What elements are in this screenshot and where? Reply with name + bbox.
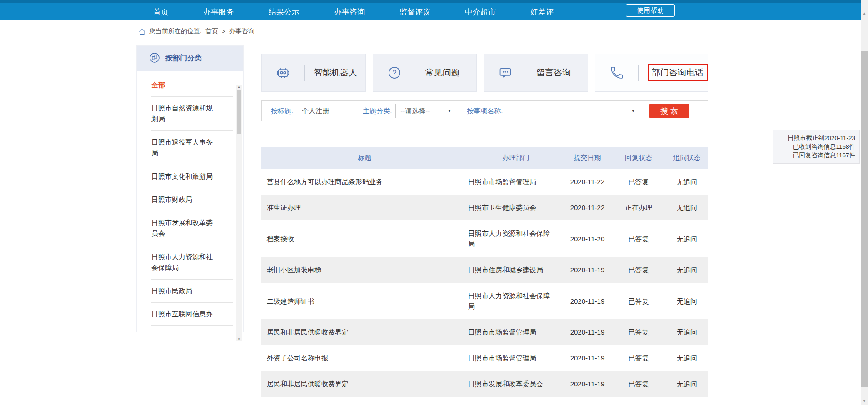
sidebar-scrollbar[interactable]: ▲ ▼ — [236, 85, 242, 341]
page-scrollbar-thumb[interactable] — [861, 51, 868, 387]
cell-reply-status: 已答复 — [611, 283, 666, 319]
chevron-down-icon: ▼ — [631, 109, 635, 113]
chevron-down-icon: ▼ — [447, 109, 451, 113]
table-body: 莒县什么地方可以办理商品条形码业务日照市市场监督管理局2020-11-22已答复… — [261, 169, 708, 397]
cell-title[interactable]: 档案接收 — [261, 220, 468, 257]
nav-item-1[interactable]: 首页 — [153, 7, 169, 17]
sidebar-item-4[interactable]: 日照市文化和旅游局 — [151, 165, 233, 188]
help-button[interactable]: 使用帮助 — [626, 4, 675, 17]
table-row[interactable]: 档案接收日照市人力资源和社会保障局2020-11-20已答复无追问 — [261, 220, 708, 257]
table-row[interactable]: 老旧小区加装电梯日照市住房和城乡建设局2020-11-19已答复无追问 — [261, 257, 708, 283]
scroll-up-icon[interactable]: ▲ — [236, 85, 242, 89]
home-icon — [139, 29, 145, 35]
sidebar-item-label: 日照市退役军人事务局 — [151, 137, 217, 159]
tab-divider — [304, 65, 305, 81]
scroll-down-icon[interactable]: ▼ — [236, 337, 242, 341]
cell-department: 日照市卫生健康委员会 — [468, 195, 564, 220]
stats-line-replied: 已回复咨询信息1167件 — [777, 151, 855, 160]
table-row[interactable]: 外资子公司名称申报日照市市场监督管理局2020-11-19已答复无追问 — [261, 345, 708, 371]
sidebar-item-label: 日照市文化和旅游局 — [151, 171, 217, 182]
table-row[interactable]: 二级建造师证书日照市人力资源和社会保障局2020-11-19已答复无追问 — [261, 283, 708, 319]
search-bar: 按标题: 主题分类: --请选择-- ▼ 按事项名称: ▼ 搜 索 — [261, 100, 708, 121]
top-navigation: 首页办事服务结果公示办事咨询监督评议中介超市好差评 使用帮助 — [0, 0, 861, 20]
sidebar-item-8[interactable]: 日照市民政局 — [151, 280, 233, 303]
cell-title[interactable]: 二级建造师证书 — [261, 283, 468, 319]
tab-divider — [638, 65, 639, 81]
nav-item-4[interactable]: 办事咨询 — [334, 7, 365, 17]
table-header-row: 标题办理部门提交日期回复状态追问状态 — [261, 147, 708, 169]
nav-item-2[interactable]: 办事服务 — [203, 7, 234, 17]
cell-date: 2020-11-19 — [564, 283, 611, 319]
nav-item-3[interactable]: 结果公示 — [269, 7, 299, 17]
scroll-up-icon[interactable]: ▲ — [861, 11, 868, 15]
table-row[interactable]: 莒县什么地方可以办理商品条形码业务日照市市场监督管理局2020-11-22已答复… — [261, 169, 708, 195]
cell-title[interactable]: 居民和非居民供暖收费界定 — [261, 371, 468, 397]
cell-title[interactable]: 老旧小区加装电梯 — [261, 257, 468, 283]
topic-select[interactable]: --请选择-- ▼ — [395, 104, 455, 118]
page-scrollbar[interactable]: ▲ ▼ — [861, 0, 868, 405]
cell-date: 2020-11-22 — [564, 169, 611, 195]
sidebar-department-filter: 按部门分类 全部日照市自然资源和规划局日照市退役军人事务局日照市文化和旅游局日照… — [136, 45, 244, 332]
topic-select-value: --请选择-- — [400, 107, 430, 115]
cell-title[interactable]: 莒县什么地方可以办理商品条形码业务 — [261, 169, 468, 195]
search-button[interactable]: 搜 索 — [649, 104, 689, 118]
topic-filter-label: 主题分类: — [363, 107, 392, 115]
cell-reply-status: 正在办理 — [611, 195, 666, 220]
cell-department: 日照市发展和改革委员会 — [468, 371, 564, 397]
nav-item-5[interactable]: 监督评议 — [399, 7, 430, 17]
nav-menu: 首页办事服务结果公示办事咨询监督评议中介超市好差评 — [153, 3, 554, 20]
sidebar-header: 按部门分类 — [137, 46, 243, 71]
breadcrumb-separator: > — [222, 28, 225, 35]
tab-card-4[interactable]: 部门咨询电话 — [595, 54, 708, 92]
tab-label: 智能机器人 — [314, 67, 357, 79]
breadcrumb-current[interactable]: 办事咨询 — [229, 27, 254, 35]
tab-card-3[interactable]: 留言咨询 — [484, 54, 588, 92]
cell-followup-status: 无追问 — [666, 220, 708, 257]
phone-icon — [595, 65, 638, 80]
cell-title[interactable]: 准生证办理 — [261, 195, 468, 220]
sidebar-item-2[interactable]: 日照市自然资源和规划局 — [151, 97, 233, 131]
sidebar-item-5[interactable]: 日照市财政局 — [151, 188, 233, 211]
breadcrumb-home-link[interactable]: 首页 — [205, 27, 218, 35]
consult-channel-tabs: 智能机器人?常见问题留言咨询部门咨询电话 — [261, 54, 708, 92]
cell-date: 2020-11-19 — [564, 257, 611, 283]
sidebar-item-label: 全部 — [151, 80, 217, 90]
cell-followup-status: 无追问 — [666, 371, 708, 397]
cell-date: 2020-11-22 — [564, 195, 611, 220]
cell-followup-status: 无追问 — [666, 345, 708, 371]
breadcrumb: 您当前所在的位置: 首页 > 办事咨询 — [139, 26, 254, 36]
title-search-input[interactable] — [297, 104, 351, 118]
sidebar-title: 按部门分类 — [165, 54, 202, 63]
sidebar-item-label: 日照市人力资源和社会保障局 — [151, 251, 217, 273]
cell-followup-status: 无追问 — [666, 283, 708, 319]
cell-title[interactable]: 居民和非居民供暖收费界定 — [261, 319, 468, 345]
table-row[interactable]: 居民和非居民供暖收费界定日照市发展和改革委员会2020-11-19已答复无追问 — [261, 371, 708, 397]
scroll-down-icon[interactable]: ▼ — [861, 399, 868, 403]
tab-card-1[interactable]: 智能机器人 — [261, 54, 366, 92]
sidebar-item-label: 日照市发展和改革委员会 — [151, 217, 217, 239]
cell-title[interactable]: 外资子公司名称申报 — [261, 345, 468, 371]
consultation-table: 标题办理部门提交日期回复状态追问状态 莒县什么地方可以办理商品条形码业务日照市市… — [261, 147, 708, 397]
sidebar-scrollbar-thumb[interactable] — [237, 90, 241, 134]
sidebar-item-label: 日照市财政局 — [151, 194, 217, 205]
nav-item-7[interactable]: 好差评 — [530, 7, 554, 17]
cell-followup-status: 无追问 — [666, 169, 708, 195]
tab-card-2[interactable]: ?常见问题 — [373, 54, 477, 92]
cell-department: 日照市住房和城乡建设局 — [468, 257, 564, 283]
sidebar-item-9[interactable]: 日照市互联网信息办 — [151, 303, 233, 326]
cell-date: 2020-11-19 — [564, 345, 611, 371]
nav-item-6[interactable]: 中介超市 — [465, 7, 496, 17]
sidebar-item-1[interactable]: 全部 — [151, 74, 233, 97]
table-row[interactable]: 居民和非居民供暖收费界定日照市市场监督管理局2020-11-19已答复无追问 — [261, 319, 708, 345]
title-filter-label: 按标题: — [271, 107, 293, 115]
table-row[interactable]: 准生证办理日照市卫生健康委员会2020-11-22正在办理无追问 — [261, 195, 708, 220]
item-name-select[interactable]: ▼ — [507, 104, 639, 118]
robot-icon — [262, 65, 304, 80]
sidebar-item-3[interactable]: 日照市退役军人事务局 — [151, 131, 233, 165]
tab-divider — [416, 65, 416, 81]
sidebar-item-6[interactable]: 日照市发展和改革委员会 — [151, 211, 233, 245]
svg-text:?: ? — [392, 69, 396, 77]
stats-box: 日照市截止到2020-11-23 已收到咨询信息1168件 已回复咨询信息116… — [773, 130, 860, 164]
tab-label: 留言咨询 — [536, 67, 571, 79]
sidebar-item-7[interactable]: 日照市人力资源和社会保障局 — [151, 245, 233, 280]
